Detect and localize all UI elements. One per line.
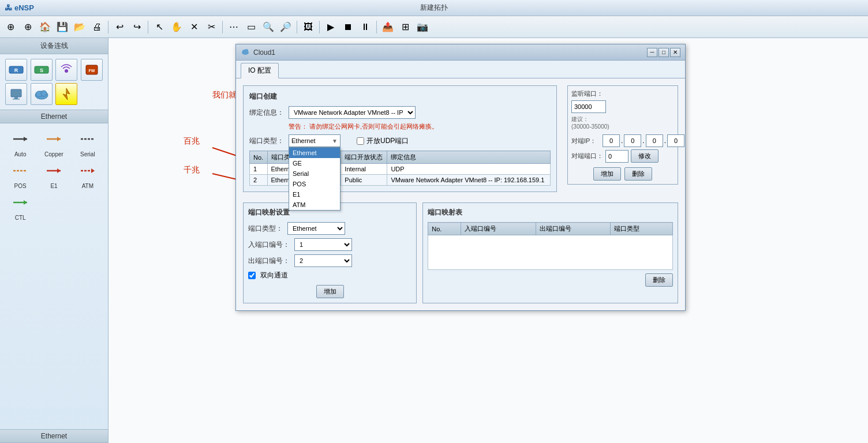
toolbar-sep4 xyxy=(297,21,297,33)
sidebar-item-cloud[interactable] xyxy=(30,83,53,105)
remote-port-input[interactable] xyxy=(605,150,628,163)
toolbar-scissors-btn[interactable]: ✂ xyxy=(203,19,219,35)
toolbar-zoomin-btn[interactable]: 🔍 xyxy=(260,19,276,35)
toolbar-open-btn[interactable]: 📂 xyxy=(72,19,88,35)
toolbar-cursor-btn[interactable]: ↖ xyxy=(151,19,167,35)
dropdown-arrow-icon: ▼ xyxy=(332,138,338,144)
app-title: 🖧 eNSP xyxy=(5,3,34,12)
udp-checkbox-row: 开放UDP端口 xyxy=(357,136,409,146)
in-port-label: 入端口编号： xyxy=(248,240,290,250)
mapping-table-title: 端口映射表 xyxy=(428,208,673,217)
toolbar-grid-btn[interactable]: ⊞ xyxy=(397,19,413,35)
svg-point-31 xyxy=(245,49,248,52)
dialog-minimize-btn[interactable]: ─ xyxy=(647,48,657,57)
dropdown-item-e1[interactable]: E1 xyxy=(289,189,340,200)
bind-select[interactable]: VMware Network Adapter VMnet8 -- IP: 192… xyxy=(289,106,416,119)
link-item-pos[interactable]: POS xyxy=(5,160,36,189)
dialog-maximize-btn[interactable]: □ xyxy=(659,48,669,57)
col-no: No. xyxy=(250,151,268,164)
svg-marker-23 xyxy=(91,168,95,173)
bidirectional-checkbox[interactable] xyxy=(248,272,256,279)
sidebar-item-switch[interactable]: S xyxy=(30,59,53,81)
dialog-titlebar: Cloud1 ─ □ ✕ xyxy=(236,44,685,61)
sidebar-item-router[interactable]: R xyxy=(5,59,28,81)
toolbar-add-green-btn[interactable]: ⊕ xyxy=(20,19,36,35)
svg-rect-8 xyxy=(14,97,18,99)
svg-rect-9 xyxy=(13,99,20,100)
toolbar-save-btn[interactable]: 💾 xyxy=(54,19,70,35)
svg-point-12 xyxy=(41,91,47,96)
dropdown-item-pos[interactable]: POS xyxy=(289,179,340,189)
port-type-dropdown-trigger[interactable]: Ethernet ▼ xyxy=(289,134,341,147)
dropdown-item-atm[interactable]: ATM xyxy=(289,200,340,210)
udp-checkbox[interactable] xyxy=(357,137,364,145)
port-creation-section: 端口创建 绑定信息： VMware Network Adapter VMnet8… xyxy=(243,85,557,192)
toolbar-home-btn[interactable]: 🏠 xyxy=(37,19,53,35)
io-config-tab[interactable]: IO 配置 xyxy=(241,63,279,78)
out-port-label: 出端口编号： xyxy=(248,256,290,266)
link-item-auto[interactable]: Auto xyxy=(5,128,36,157)
sidebar-item-pc[interactable] xyxy=(5,83,28,105)
mapping-type-select[interactable]: Ethernet xyxy=(287,222,345,235)
row2-bind: VMware Network Adapter VMnet8 -- IP: 192… xyxy=(387,175,551,186)
sidebar-item-firewall[interactable]: FW xyxy=(80,59,103,81)
ip-seg3[interactable] xyxy=(646,134,663,147)
toolbar-sep2 xyxy=(148,21,148,33)
toolbar-hand-btn[interactable]: ✋ xyxy=(169,19,185,35)
link-item-ctl[interactable]: CTL xyxy=(5,192,36,221)
toolbar-delete-btn[interactable]: ✕ xyxy=(186,19,202,35)
bottom-ethernet-header: Ethernet xyxy=(0,429,108,443)
toolbar-play-btn[interactable]: ▶ xyxy=(323,19,339,35)
port-type-row: 端口类型： Ethernet ▼ Ethernet G xyxy=(249,134,551,147)
ip-seg2[interactable] xyxy=(624,134,641,147)
right-delete-btn[interactable]: 删除 xyxy=(624,167,652,181)
map-col-no: No. xyxy=(428,223,461,235)
toolbar-add-btn[interactable]: ⊕ xyxy=(2,19,18,35)
toolbar-print-btn[interactable]: 🖨 xyxy=(89,19,105,35)
right-add-btn[interactable]: 增加 xyxy=(593,167,621,181)
link-item-atm[interactable]: ATM xyxy=(72,160,103,189)
in-port-select[interactable]: 1 xyxy=(294,238,352,251)
out-port-select[interactable]: 2 xyxy=(294,254,352,267)
toolbar-undo-btn[interactable]: ↩ xyxy=(111,19,128,35)
link-item-serial[interactable]: Serial xyxy=(72,128,103,157)
sidebar-item-wireless[interactable] xyxy=(55,59,78,81)
router-icon: R xyxy=(5,59,27,81)
cloud-icon xyxy=(31,83,53,105)
mapping-add-btn[interactable]: 增加 xyxy=(316,285,344,298)
dialog-tab-bar: IO 配置 xyxy=(236,61,685,78)
dropdown-item-ge[interactable]: GE xyxy=(289,158,340,168)
link-item-copper[interactable]: Copper xyxy=(38,128,69,157)
toolbar-redo-btn[interactable]: ↪ xyxy=(129,19,145,35)
right-panel: 监听端口： 建议：(30000-35000) 对端IP： xyxy=(563,85,678,198)
link-item-e1[interactable]: E1 xyxy=(38,160,69,189)
title-bar: 🖧 eNSP 新建拓扑 xyxy=(0,0,868,16)
warning-text: 警告： 请勿绑定公网网卡,否则可能会引起网络瘫痪。 xyxy=(289,122,438,131)
toolbar-export-btn[interactable]: 📤 xyxy=(380,19,396,35)
toolbar-zoomout-btn[interactable]: 🔎 xyxy=(278,19,294,35)
toolbar-stop-btn[interactable]: ⏹ xyxy=(340,19,356,35)
sidebar-item-power[interactable] xyxy=(55,83,78,105)
toolbar-image-btn[interactable]: 🖼 xyxy=(300,19,316,35)
mapping-delete-btn[interactable]: 删除 xyxy=(645,273,673,287)
modify-btn[interactable]: 修改 xyxy=(631,149,659,163)
atm-link-icon xyxy=(77,160,99,182)
pos-link-icon xyxy=(9,160,31,182)
ctl-link-icon xyxy=(9,192,31,213)
bidirectional-row: 双向通道 xyxy=(248,271,411,280)
serial-link-icon xyxy=(77,128,99,150)
toolbar-pause-btn[interactable]: ⏸ xyxy=(357,19,373,35)
dialog-close-btn[interactable]: ✕ xyxy=(670,48,680,57)
ip-seg4[interactable] xyxy=(667,134,684,147)
udp-checkbox-label: 开放UDP端口 xyxy=(366,136,409,146)
row2-no: 2 xyxy=(250,175,268,186)
toolbar-camera-btn[interactable]: 📷 xyxy=(414,19,431,35)
dialog-body: 端口创建 绑定信息： VMware Network Adapter VMnet8… xyxy=(236,78,685,310)
ip-seg1[interactable] xyxy=(603,134,620,147)
pc-icon xyxy=(5,83,27,105)
toolbar-dots-btn[interactable]: ⋯ xyxy=(226,19,242,35)
listen-port-input[interactable] xyxy=(571,100,606,113)
dropdown-item-ethernet[interactable]: Ethernet xyxy=(289,148,340,158)
toolbar-rect-btn[interactable]: ▭ xyxy=(243,19,259,35)
dropdown-item-serial[interactable]: Serial xyxy=(289,168,340,179)
